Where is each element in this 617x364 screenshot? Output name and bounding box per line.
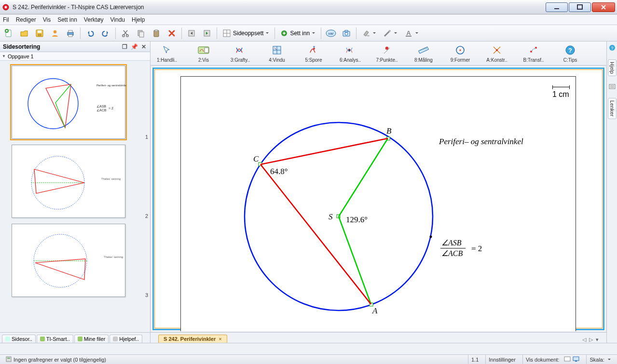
- menu-insert[interactable]: Sett inn: [57, 16, 77, 23]
- panel-pin-icon[interactable]: 📌: [131, 43, 137, 50]
- screenshot-button[interactable]: [340, 27, 353, 40]
- tool-trace[interactable]: 5:Spore: [302, 44, 325, 63]
- maximize-button[interactable]: [569, 2, 591, 12]
- thumbnail-list: Periferi- og sentralvinkel ∠ASB ∠ACB = 2…: [0, 61, 150, 332]
- svg-rect-11: [69, 30, 72, 32]
- document-tab[interactable]: S 242. Periferivinkler ×: [158, 335, 227, 343]
- tab-tismart[interactable]: TI-Smart..: [37, 335, 73, 343]
- tool-window[interactable]: 4:Vindu: [265, 44, 288, 63]
- help-tab[interactable]: Hjelp: [608, 59, 617, 76]
- status-left-text: Ingen grafregner er valgt (0 tilgjengeli…: [14, 357, 106, 363]
- menu-help[interactable]: Hjelp: [132, 16, 145, 23]
- document-tab-label: S 242. Periferivinkler: [164, 336, 216, 342]
- tool-analyze[interactable]: 6:Analys..: [339, 44, 362, 63]
- text-color-dropdown[interactable]: A: [402, 27, 421, 40]
- svg-rect-12: [69, 35, 72, 37]
- svg-text:B: B: [386, 126, 392, 135]
- open-button[interactable]: [17, 27, 31, 40]
- view-computer-icon[interactable]: [573, 356, 579, 363]
- right-sidebar: ? Hjelp Lenker: [606, 41, 617, 343]
- tab-menu-icon[interactable]: ▾: [596, 337, 599, 343]
- thumbnail-1[interactable]: Periferi- og sentralvinkel ∠ASB ∠ACB = 2…: [12, 66, 141, 139]
- statusbar: Ingen grafregner er valgt (0 tilgjengeli…: [0, 354, 617, 364]
- minimize-button[interactable]: [546, 2, 568, 12]
- problem-header[interactable]: Oppgave 1: [0, 52, 150, 61]
- scale-indicator: 1 cm: [552, 85, 570, 99]
- svg-point-52: [530, 51, 532, 53]
- tool-transform[interactable]: B:Transf..: [522, 44, 545, 63]
- menu-view[interactable]: Vis: [43, 16, 51, 23]
- problem-label: Oppgave 1: [8, 54, 34, 59]
- svg-text:=  2: = 2: [471, 244, 482, 253]
- tool-shapes[interactable]: 9:Former: [449, 44, 472, 63]
- undo-button[interactable]: [83, 27, 97, 40]
- tool-graphtype[interactable]: 3:Grafty..: [229, 44, 252, 63]
- delete-button[interactable]: [165, 27, 178, 40]
- panel-close-icon[interactable]: ✕: [140, 43, 147, 50]
- links-panel-icon[interactable]: [609, 83, 616, 91]
- svg-point-65: [430, 236, 432, 238]
- thumbnail-2[interactable]: Thales' setning 2: [12, 145, 141, 218]
- panel-restore-icon[interactable]: ❐: [121, 43, 128, 50]
- canvas[interactable]: 1 cm: [151, 67, 605, 331]
- menu-window[interactable]: Vindu: [110, 16, 125, 23]
- user-button[interactable]: [48, 27, 62, 40]
- thumb-number: 2: [145, 213, 148, 219]
- page-layout-dropdown[interactable]: Sideoppsett: [220, 27, 272, 40]
- tab-myfiles[interactable]: Mine filer: [74, 335, 109, 343]
- tool-view[interactable]: 2:Vis: [192, 44, 215, 63]
- calculator-icon[interactable]: [6, 356, 12, 363]
- svg-text:∠ACB: ∠ACB: [441, 249, 463, 257]
- geometry-page[interactable]: 1 cm: [180, 76, 576, 331]
- svg-text:∠ASB: ∠ASB: [441, 239, 462, 247]
- thumb-number: 1: [145, 134, 148, 140]
- tool-measure[interactable]: 8:Måling: [412, 44, 435, 63]
- prev-page-button[interactable]: [185, 27, 198, 40]
- svg-text:var: var: [329, 31, 334, 36]
- status-scale[interactable]: Skala:: [586, 355, 614, 364]
- status-settings[interactable]: Innstillinger: [485, 355, 519, 364]
- tab-helpfiles[interactable]: Hjelpef..: [110, 335, 142, 343]
- svg-text:Periferi– og sentralvinkel: Periferi– og sentralvinkel: [439, 137, 523, 146]
- line-color-dropdown[interactable]: [381, 27, 400, 40]
- new-doc-button[interactable]: [2, 27, 15, 40]
- app-icon: [2, 3, 10, 11]
- svg-text:= 2: = 2: [109, 107, 113, 110]
- insert-dropdown[interactable]: Sett inn: [278, 27, 318, 40]
- tool-construct[interactable]: A:Konstr..: [485, 44, 508, 63]
- var-button[interactable]: var: [324, 27, 338, 40]
- fill-color-dropdown[interactable]: [359, 27, 379, 40]
- tool-points[interactable]: 7:Punkte..: [375, 44, 398, 63]
- print-button[interactable]: [64, 27, 77, 40]
- status-page[interactable]: 1.1: [468, 355, 481, 364]
- menu-file[interactable]: Fil: [3, 16, 9, 23]
- save-button[interactable]: [33, 27, 46, 40]
- svg-text:129.6°: 129.6°: [346, 215, 368, 224]
- thumbnail-3[interactable]: Thales' setning 3: [12, 224, 141, 297]
- menu-tools[interactable]: Verktøy: [84, 16, 104, 23]
- tab-prev-icon[interactable]: ◁: [582, 337, 586, 343]
- geometry-toolbar: 1:Handli.. 2:Vis 3:Grafty.. 4:Vindu 5:Sp…: [151, 41, 606, 66]
- close-button[interactable]: [592, 2, 615, 12]
- paste-button[interactable]: [150, 27, 163, 40]
- svg-text:C: C: [253, 154, 259, 163]
- svg-rect-8: [38, 34, 41, 36]
- menu-edit[interactable]: Rediger: [16, 16, 36, 23]
- svg-text:Periferi- og sentralvinkel: Periferi- og sentralvinkel: [96, 84, 126, 87]
- copy-button[interactable]: [134, 27, 148, 40]
- tab-next-icon[interactable]: ▷: [589, 337, 593, 343]
- titlebar: S 242. Periferivinkler - TI-Nspire CAS L…: [0, 0, 617, 14]
- tool-actions[interactable]: 1:Handli..: [155, 44, 178, 63]
- view-handheld-icon[interactable]: [564, 356, 571, 363]
- tab-pages[interactable]: Sidesor..: [2, 335, 36, 343]
- cut-button[interactable]: [119, 27, 132, 40]
- status-showdoc: Vis dokument:: [522, 355, 583, 364]
- main-toolbar: Sideoppsett Sett inn var A: [0, 25, 617, 41]
- next-page-button[interactable]: [200, 27, 214, 40]
- svg-line-61: [339, 216, 371, 304]
- redo-button[interactable]: [99, 27, 112, 40]
- document-tab-close-icon[interactable]: ×: [219, 336, 221, 342]
- help-panel-icon[interactable]: ?: [609, 44, 616, 53]
- links-tab[interactable]: Lenker: [608, 98, 617, 119]
- tool-tips[interactable]: ?C:Tips: [559, 44, 582, 63]
